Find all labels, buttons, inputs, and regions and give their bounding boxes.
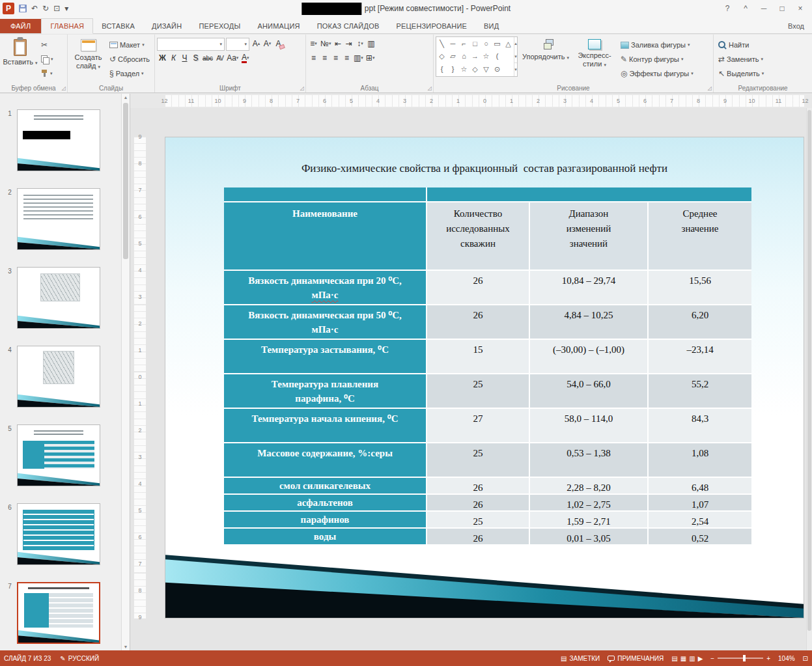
slide-thumbnail-3[interactable]: 3	[3, 267, 100, 329]
tab-animations[interactable]: АНИМАЦИЯ	[249, 19, 308, 33]
clear-formatting-button[interactable]: А	[273, 37, 284, 50]
tab-slideshow[interactable]: ПОКАЗ СЛАЙДОВ	[309, 19, 388, 33]
reading-view-button[interactable]: ▥	[689, 655, 695, 662]
slide-title[interactable]: Физико-химические свойства и фракционный…	[165, 162, 804, 175]
shape-icon[interactable]: {	[438, 65, 446, 74]
row-range-cell[interactable]: 4,84 – 10,25	[530, 305, 649, 340]
shape-icon[interactable]: }	[449, 65, 457, 74]
scrollbar-thumb[interactable]	[123, 103, 128, 259]
row-name-cell[interactable]: смол силикагелевых	[224, 478, 427, 495]
format-painter-button[interactable]: ▾	[38, 66, 56, 81]
save-button[interactable]	[19, 5, 27, 12]
row-name-cell[interactable]: Температура застывания, ⁰С	[224, 340, 427, 374]
shape-icon[interactable]: ▽	[482, 65, 490, 74]
shape-fill-button[interactable]: Заливка фигуры▾	[618, 38, 697, 52]
thumbnails-scrollbar[interactable]: ▲ ▼	[121, 94, 130, 650]
paragraph-dialog-launcher[interactable]: ◿	[428, 85, 432, 91]
minimize-button[interactable]: ─	[755, 4, 773, 13]
app-icon[interactable]: P	[3, 3, 14, 14]
sign-in-link[interactable]: Вход	[780, 19, 812, 33]
font-dialog-launcher[interactable]: ◿	[300, 85, 304, 91]
shape-icon[interactable]: ╲	[438, 40, 446, 48]
shape-icon[interactable]: □	[471, 40, 479, 48]
row-count-cell[interactable]: 26	[427, 271, 530, 305]
text-shadow-button[interactable]: S	[190, 51, 201, 64]
help-button[interactable]: ?	[718, 4, 736, 13]
header-range-cell[interactable]: Диапазон изменений значений	[530, 202, 649, 271]
slide-editor[interactable]: Физико-химические свойства и фракционный…	[165, 137, 804, 618]
table-row[interactable]: парафинов251,59 – 2,712,54	[224, 512, 751, 529]
cut-button[interactable]: ✂	[38, 38, 56, 52]
row-count-cell[interactable]: 26	[427, 495, 530, 512]
scrollbar-thumb[interactable]	[807, 110, 811, 631]
shape-icon[interactable]: (	[493, 52, 501, 61]
row-avg-cell[interactable]: 2,54	[649, 512, 751, 529]
row-name-cell[interactable]: асфальтенов	[224, 495, 427, 512]
shape-icon[interactable]: ◇	[471, 65, 479, 74]
decrease-indent-button[interactable]: ⇤	[332, 37, 343, 50]
select-button[interactable]: ↖Выделить▾	[716, 66, 766, 81]
section-button[interactable]: §Раздел▾	[107, 66, 152, 81]
bold-button[interactable]: Ж	[157, 51, 168, 64]
strikethrough-button[interactable]: abc	[201, 51, 214, 64]
shape-icon[interactable]: ○	[482, 40, 490, 48]
row-count-cell[interactable]: 26	[427, 305, 530, 340]
tab-file[interactable]: ФАЙЛ	[0, 19, 41, 33]
language-button[interactable]: ✎РУССКИЙ	[60, 655, 99, 662]
row-name-cell[interactable]: Вязкость динамическая при 50 ⁰С,мПа·с	[224, 305, 427, 340]
tab-home[interactable]: ГЛАВНАЯ	[41, 18, 93, 34]
scroll-down-arrow-icon[interactable]: ▼	[122, 645, 130, 649]
row-name-cell[interactable]: Температура плавленияпарафина, ⁰С	[224, 374, 427, 409]
zoom-thumb[interactable]	[743, 655, 746, 661]
row-count-cell[interactable]: 15	[427, 340, 530, 374]
slide-thumbnail-6[interactable]: 6	[3, 503, 100, 565]
row-avg-cell[interactable]: 6,48	[649, 478, 751, 495]
maximize-button[interactable]: □	[773, 4, 791, 13]
tab-review[interactable]: РЕЦЕНЗИРОВАНИЕ	[387, 19, 475, 33]
row-name-cell[interactable]: Температура начала кипения, ⁰С	[224, 409, 427, 443]
numbering-button[interactable]: №▾	[319, 37, 332, 50]
normal-view-button[interactable]: ▤	[671, 655, 677, 662]
find-button[interactable]: Найти	[716, 38, 766, 52]
columns-button[interactable]: ▥▾	[352, 51, 365, 64]
align-left-button[interactable]: ≡	[308, 51, 319, 64]
increase-indent-button[interactable]: ⇥	[343, 37, 354, 50]
table-row[interactable]: Вязкость динамическая при 20 ⁰С,мПа·с261…	[224, 271, 751, 305]
shape-icon[interactable]: ▭	[493, 40, 501, 48]
line-spacing-button[interactable]: ↕▾	[354, 37, 365, 50]
slide-thumbnail-2[interactable]: 2	[3, 188, 100, 250]
shape-icon[interactable]: ⊙	[493, 65, 501, 74]
quick-styles-button[interactable]: Экспресс-стили ▾	[574, 36, 615, 81]
tab-view[interactable]: ВИД	[475, 19, 507, 33]
shape-outline-button[interactable]: ✎Контур фигуры▾	[618, 52, 697, 66]
row-range-cell[interactable]: 0,53 – 1,38	[530, 443, 649, 478]
shape-icon[interactable]: ☆	[482, 52, 490, 61]
row-avg-cell[interactable]: 84,3	[649, 409, 751, 443]
character-spacing-button[interactable]: AV	[214, 51, 225, 64]
zoom-level[interactable]: 104%	[778, 655, 795, 662]
row-count-cell[interactable]: 27	[427, 409, 530, 443]
font-color-button[interactable]: A▾	[240, 51, 251, 64]
tab-design[interactable]: ДИЗАЙН	[143, 19, 190, 33]
row-range-cell[interactable]: 2,28 – 8,20	[530, 478, 649, 495]
row-range-cell[interactable]: 1,02 – 2,75	[530, 495, 649, 512]
arrange-button[interactable]: Упорядочить ▾	[520, 36, 571, 81]
text-direction-button[interactable]: ▥	[365, 37, 376, 50]
copy-button[interactable]: ▾	[38, 52, 56, 66]
close-button[interactable]: ×	[791, 4, 809, 13]
row-count-cell[interactable]: 26	[427, 478, 530, 495]
gallery-up-button[interactable]: ▴	[514, 37, 517, 50]
row-range-cell[interactable]: 54,0 – 66,0	[530, 374, 649, 409]
gallery-more-button[interactable]: ▾	[514, 62, 517, 76]
slide-sorter-view-button[interactable]: ▦	[680, 655, 686, 662]
slide-table[interactable]: Наименование Количество исследованных ск…	[224, 187, 751, 546]
tab-transitions[interactable]: ПЕРЕХОДЫ	[190, 19, 249, 33]
table-row[interactable]: Температура застывания, ⁰С15(–30,00) – (…	[224, 340, 751, 374]
paste-button[interactable]: Вставить ▾	[2, 36, 38, 81]
bullets-button[interactable]: ≡▾	[308, 37, 319, 50]
slide-thumbnail-7-selected[interactable]: 7	[3, 582, 100, 644]
comments-toggle-button[interactable]: ПРИМЕЧАНИЯ	[608, 655, 664, 662]
replace-button[interactable]: ⇄Заменить▾	[716, 52, 766, 66]
row-avg-cell[interactable]: –23,14	[649, 340, 751, 374]
table-row[interactable]: Массовое содержание, %:серы250,53 – 1,38…	[224, 443, 751, 478]
